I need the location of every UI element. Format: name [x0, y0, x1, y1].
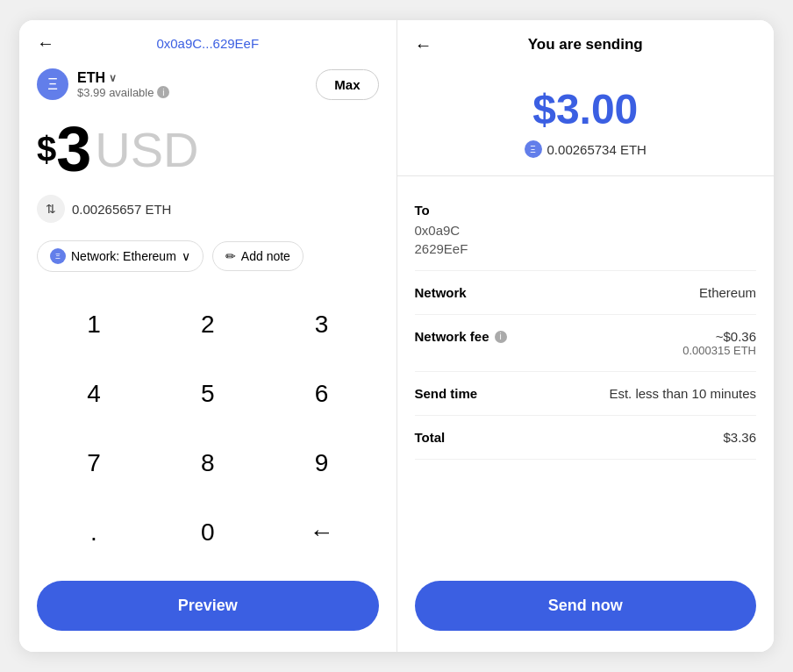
preview-button[interactable]: Preview	[37, 581, 379, 631]
send-time-label: Send time	[415, 386, 478, 401]
right-header: ← You are sending	[397, 20, 775, 64]
amount-display: $ 3 USD	[19, 104, 396, 188]
send-eth-row: Ξ 0.00265734 ETH	[525, 140, 647, 158]
swap-arrows-icon: ⇅	[46, 202, 56, 216]
send-usd-amount: $3.00	[532, 85, 638, 133]
network-fee-row: Network fee i ~$0.36 0.000315 ETH	[415, 315, 757, 372]
amount-number: 3	[56, 118, 91, 181]
to-row: To 0x0a9C 2629EeF	[415, 190, 757, 271]
wallet-address[interactable]: 0x0a9C...629EeF	[156, 36, 259, 51]
total-label: Total	[415, 430, 446, 445]
token-details: ETH ∨ $3.99 available i	[77, 70, 169, 99]
send-eth-icon: Ξ	[525, 140, 542, 158]
total-row: Total $3.36	[415, 416, 757, 460]
token-chevron-icon: ∨	[109, 72, 117, 84]
network-row: Network Ethereum	[415, 271, 757, 315]
token-row: Ξ ETH ∨ $3.99 available i Max	[19, 61, 396, 104]
network-chevron-icon: ∨	[182, 249, 190, 263]
send-amount-section: $3.00 Ξ 0.00265734 ETH	[397, 64, 775, 176]
network-fee-info-icon[interactable]: i	[495, 331, 507, 343]
right-title: You are sending	[528, 36, 643, 54]
conversion-text: 0.00265657 ETH	[72, 202, 171, 217]
send-time-value: Est. less than 10 minutes	[609, 386, 756, 401]
network-fee-label-row: Network fee i	[415, 329, 507, 344]
token-info: Ξ ETH ∨ $3.99 available i	[37, 68, 169, 100]
numpad-key-8[interactable]: 8	[151, 428, 265, 497]
left-panel: ← 0x0a9C...629EeF Ξ ETH ∨ $3.99 availabl…	[19, 20, 397, 652]
numpad: 1 2 3 4 5 6 7 8 9 . 0 ←	[19, 286, 396, 570]
network-button[interactable]: Ξ Network: Ethereum ∨	[37, 240, 204, 272]
numpad-key-backspace[interactable]: ←	[265, 497, 379, 567]
numpad-key-0[interactable]: 0	[151, 497, 265, 567]
numpad-key-2[interactable]: 2	[151, 290, 265, 359]
right-panel: ← You are sending $3.00 Ξ 0.00265734 ETH…	[397, 20, 775, 652]
pencil-icon: ✏	[225, 249, 236, 263]
numpad-key-6[interactable]: 6	[265, 359, 379, 428]
add-note-button[interactable]: ✏ Add note	[212, 241, 304, 271]
options-row: Ξ Network: Ethereum ∨ ✏ Add note	[19, 233, 396, 286]
conversion-row: ⇅ 0.00265657 ETH	[19, 188, 396, 233]
send-eth-amount: 0.00265734 ETH	[547, 142, 647, 157]
network-fee-eth: 0.000315 ETH	[682, 344, 756, 357]
token-name-label: ETH	[77, 70, 105, 86]
available-info-icon[interactable]: i	[157, 86, 169, 98]
numpad-key-4[interactable]: 4	[37, 359, 151, 428]
details-section: To 0x0a9C 2629EeF Network Ethereum Netwo…	[397, 176, 775, 570]
add-note-label: Add note	[241, 249, 290, 263]
network-detail-value: Ethereum	[699, 285, 756, 300]
dollar-sign: $	[37, 130, 56, 169]
numpad-key-dot[interactable]: .	[37, 497, 151, 567]
total-value: $3.36	[723, 430, 756, 445]
token-name-row[interactable]: ETH ∨	[77, 70, 169, 86]
send-now-button[interactable]: Send now	[415, 581, 757, 631]
network-detail-label: Network	[415, 285, 467, 300]
network-fee-usd: ~$0.36	[716, 329, 756, 344]
token-available: $3.99 available i	[77, 86, 169, 99]
numpad-key-5[interactable]: 5	[151, 359, 265, 428]
network-fee-values: ~$0.36 0.000315 ETH	[682, 329, 756, 357]
numpad-key-1[interactable]: 1	[37, 290, 151, 359]
max-button[interactable]: Max	[316, 69, 378, 100]
numpad-key-9[interactable]: 9	[265, 428, 379, 497]
network-eth-icon: Ξ	[50, 248, 66, 264]
network-fee-label: Network fee	[415, 329, 489, 344]
back-button-left[interactable]: ←	[37, 33, 54, 54]
send-time-row: Send time Est. less than 10 minutes	[415, 372, 757, 416]
left-header: ← 0x0a9C...629EeF	[19, 20, 396, 61]
numpad-key-7[interactable]: 7	[37, 428, 151, 497]
network-label: Network: Ethereum	[71, 249, 176, 263]
back-button-right[interactable]: ←	[415, 35, 432, 55]
amount-currency: USD	[95, 121, 198, 178]
to-address: 0x0a9C 2629EeF	[415, 221, 757, 258]
eth-icon: Ξ	[37, 68, 68, 100]
numpad-key-3[interactable]: 3	[265, 290, 379, 359]
swap-icon-button[interactable]: ⇅	[37, 195, 65, 223]
to-label: To	[415, 203, 757, 218]
